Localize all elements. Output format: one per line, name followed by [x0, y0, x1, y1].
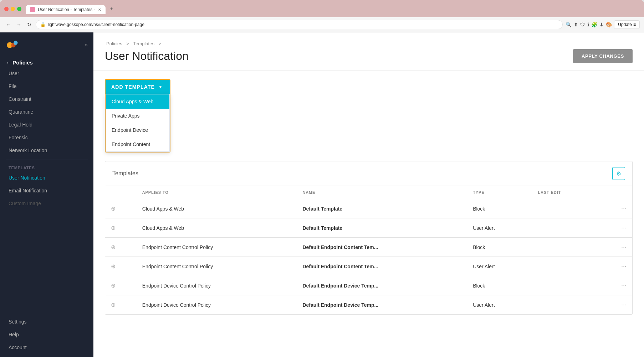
row-type: User Alert — [467, 257, 532, 276]
main-header: Policies > Templates > User Notification… — [93, 32, 644, 71]
vpn-icon[interactable]: 🎨 — [606, 22, 612, 27]
sidebar-item-settings[interactable]: Settings — [0, 315, 93, 328]
minimize-traffic-light[interactable] — [11, 7, 15, 11]
breadcrumb-policies[interactable]: Policies — [106, 41, 122, 46]
extensions-icon[interactable]: 🧩 — [591, 22, 597, 27]
share-icon[interactable]: ⬆ — [574, 22, 578, 27]
sidebar-item-account[interactable]: Account — [0, 341, 93, 354]
row-type: Block — [467, 276, 532, 295]
table-body: ⊕ Cloud Apps & Web Default Template Bloc… — [105, 199, 632, 315]
sidebar-item-legal-hold[interactable]: Legal Hold — [0, 118, 93, 131]
row-last-edit — [532, 257, 599, 276]
url-bar[interactable]: 🔒 lightwave.goskope.com/ns#/client-notif… — [36, 20, 563, 29]
info-icon[interactable]: ℹ — [587, 22, 589, 27]
table-header: APPLIES TO NAME TYPE LAST EDIT — [105, 186, 632, 199]
row-icon: ⊕ — [105, 218, 137, 238]
apply-changes-button[interactable]: APPLY CHANGES — [573, 49, 633, 63]
toolbar-right: 🔍 ⬆ 🛡 ℹ 🧩 ⬇ 🎨 Update ≡ — [566, 20, 640, 29]
sidebar-policies-header: ← Policies — [0, 57, 93, 67]
menu-icon: ≡ — [633, 22, 636, 27]
table-row: ⊕ Endpoint Device Control Policy Default… — [105, 295, 632, 315]
row-last-edit — [532, 295, 599, 315]
col-applies-to: APPLIES TO — [137, 186, 297, 199]
row-name: Default Endpoint Content Tem... — [297, 238, 467, 257]
breadcrumb: Policies > Templates > — [105, 41, 633, 46]
add-template-label: ADD TEMPLATE — [111, 84, 155, 90]
sidebar-item-user-notification[interactable]: User Notification — [0, 171, 93, 184]
row-applies-to: Endpoint Device Control Policy — [137, 276, 297, 295]
sidebar-logo — [6, 40, 19, 50]
sidebar-item-custom-image[interactable]: Custom Image — [0, 197, 93, 210]
shield-icon[interactable]: 🛡 — [580, 22, 585, 27]
page-title-row: User Notification APPLY CHANGES — [105, 49, 633, 70]
sidebar-bottom: Settings Help Account — [0, 310, 93, 354]
browser-tab-active[interactable]: User Notification - Templates - ✕ — [26, 5, 106, 14]
sidebar-item-network-location[interactable]: Network Location — [0, 144, 93, 157]
row-last-edit — [532, 238, 599, 257]
traffic-lights — [4, 7, 21, 11]
row-type: User Alert — [467, 295, 532, 315]
sidebar-templates-label: TEMPLATES — [0, 163, 93, 171]
add-template-outer: ADD TEMPLATE ▼ Cloud Apps & Web Private … — [105, 79, 170, 152]
col-actions — [599, 186, 632, 199]
close-traffic-light[interactable] — [4, 7, 9, 11]
dropdown-item-private-apps[interactable]: Private Apps — [106, 109, 169, 123]
row-name: Default Endpoint Device Temp... — [297, 276, 467, 295]
row-icon: ⊕ — [105, 257, 137, 276]
col-icon — [105, 186, 137, 199]
svg-point-2 — [14, 41, 17, 45]
sidebar-item-constraint[interactable]: Constraint — [0, 93, 93, 105]
row-more-button[interactable]: ··· — [599, 276, 632, 295]
row-type: Block — [467, 199, 532, 218]
row-more-button[interactable]: ··· — [599, 257, 632, 276]
sidebar-header: « — [0, 32, 93, 57]
logo-icon — [6, 40, 19, 50]
row-more-button[interactable]: ··· — [599, 295, 632, 315]
maximize-traffic-light[interactable] — [17, 7, 21, 11]
row-type: Block — [467, 238, 532, 257]
sidebar-collapse-icon[interactable]: « — [85, 42, 88, 47]
settings-icon: ⚙ — [616, 170, 621, 177]
sidebar-item-file[interactable]: File — [0, 80, 93, 93]
row-more-button[interactable]: ··· — [599, 199, 632, 218]
sidebar-item-forensic[interactable]: Forensic — [0, 131, 93, 144]
row-more-button[interactable]: ··· — [599, 238, 632, 257]
forward-button[interactable]: → — [15, 21, 23, 28]
sidebar-item-user[interactable]: User — [0, 67, 93, 80]
row-last-edit — [532, 218, 599, 238]
row-name: Default Endpoint Device Temp... — [297, 295, 467, 315]
update-button[interactable]: Update ≡ — [614, 20, 640, 29]
row-icon: ⊕ — [105, 238, 137, 257]
row-name: Default Template — [297, 199, 467, 218]
table-settings-button[interactable]: ⚙ — [612, 167, 625, 180]
new-tab-button[interactable]: + — [106, 4, 117, 14]
tab-favicon — [30, 7, 35, 12]
dropdown-item-endpoint-content[interactable]: Endpoint Content — [106, 137, 169, 151]
row-last-edit — [532, 199, 599, 218]
row-applies-to: Cloud Apps & Web — [137, 218, 297, 238]
add-template-wrapper: ADD TEMPLATE ▼ Cloud Apps & Web Private … — [105, 79, 170, 152]
tab-title: User Notification - Templates - — [38, 7, 95, 12]
browser-tabs: User Notification - Templates - ✕ + — [26, 4, 640, 14]
row-more-button[interactable]: ··· — [599, 218, 632, 238]
col-name: NAME — [297, 186, 467, 199]
browser-window: User Notification - Templates - ✕ + ← → … — [0, 0, 644, 357]
breadcrumb-templates[interactable]: Templates — [133, 41, 154, 46]
row-name: Default Template — [297, 218, 467, 238]
sidebar-item-quarantine[interactable]: Quarantine — [0, 105, 93, 118]
browser-titlebar: User Notification - Templates - ✕ + — [0, 0, 644, 17]
back-button[interactable]: ← — [4, 21, 12, 28]
sidebar-back-icon[interactable]: ← Policies — [6, 59, 33, 66]
dropdown-item-cloud-apps-web[interactable]: Cloud Apps & Web — [106, 94, 169, 109]
sidebar-item-email-notification[interactable]: Email Notification — [0, 184, 93, 197]
browser-toolbar: ← → ↻ 🔒 lightwave.goskope.com/ns#/client… — [0, 17, 644, 32]
add-template-button[interactable]: ADD TEMPLATE ▼ — [106, 80, 170, 94]
sidebar-item-help[interactable]: Help — [0, 328, 93, 341]
tab-close-icon[interactable]: ✕ — [98, 7, 101, 12]
col-type: TYPE — [467, 186, 532, 199]
download-icon[interactable]: ⬇ — [599, 22, 604, 27]
refresh-button[interactable]: ↻ — [26, 21, 33, 28]
dropdown-item-endpoint-device[interactable]: Endpoint Device — [106, 123, 169, 137]
url-text: lightwave.goskope.com/ns#/client-notific… — [48, 22, 144, 27]
zoom-icon[interactable]: 🔍 — [566, 22, 572, 27]
